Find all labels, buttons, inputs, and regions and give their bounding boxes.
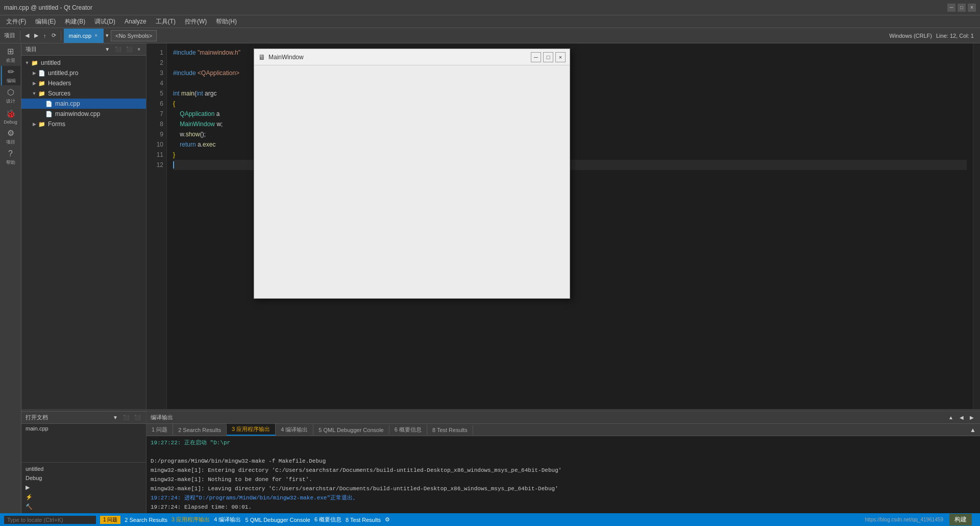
open-docs-filter[interactable]: ▼ (111, 415, 119, 420)
sidebar-icon-edit[interactable]: ✏编辑 (1, 66, 20, 85)
build-output-panel: 编译输出 ▲ ◀ ▶ 1 问题2 Search Results3 应用程序输出4… (146, 411, 980, 513)
position-status: Line: 12, Col: 1 (936, 33, 974, 39)
menu-item-f[interactable]: 文件(F) (2, 16, 30, 27)
project-panel-header: 项目 ▼ ⬛ ⬛ × (21, 43, 146, 56)
build-output-filter[interactable]: ▲ (946, 414, 955, 421)
popup-maximize-btn[interactable]: □ (543, 52, 553, 62)
build-line (151, 447, 976, 457)
line-number-2: 2 (146, 58, 163, 68)
menu-item-b[interactable]: 构建(B) (61, 16, 89, 27)
toolbar-separator (20, 31, 20, 41)
tab-label: main.cpp (69, 33, 92, 39)
tab-main-cpp[interactable]: main.cpp × (64, 29, 104, 43)
open-docs-header: 打开文档 ▼ ⬛ ⬛ (21, 412, 146, 424)
line-number-6: 6 (146, 99, 163, 109)
line-number-12: 12 (146, 160, 163, 170)
tree-item-label: untitled (41, 59, 61, 66)
line-number-3: 3 (146, 68, 163, 78)
build-output-nav-up[interactable]: ◀ (958, 414, 966, 421)
tree-item-untitled-pro[interactable]: ▶📄untitled.pro (21, 68, 146, 78)
open-docs-controls: ▼ ⬛ ⬛ (111, 415, 142, 420)
popup-close-btn[interactable]: × (555, 52, 566, 62)
tree-item-label: Sources (48, 90, 70, 97)
profile-icon: ⚡ (26, 494, 33, 500)
main-window-popup: 🖥 MainWindow ─ □ × (254, 49, 570, 299)
menu-item-e[interactable]: 编辑(E) (31, 16, 60, 27)
build-output-expand-btn[interactable]: ▲ (966, 426, 980, 434)
bottom-tab-test[interactable]: 8 Test Results (427, 425, 473, 435)
sidebar-icon-project[interactable]: ⚙项目 (1, 127, 20, 147)
menu-item-analyze[interactable]: Analyze (120, 17, 151, 26)
build-action-btn[interactable]: 构建 (949, 514, 972, 525)
editor-scrollbar[interactable] (973, 43, 980, 409)
bottom-tab-overview[interactable]: 6 概要信息 (389, 424, 427, 435)
close-button[interactable]: × (968, 4, 976, 12)
debug-device-name: untitled (26, 466, 43, 472)
editor-column: 123456789101112 #include "mainwindow.h" … (146, 43, 980, 513)
run-button[interactable]: ▶ (23, 483, 144, 492)
bottom-tab-compile[interactable]: 4 编译输出 (276, 424, 313, 435)
profile-button[interactable]: ⚡ (23, 493, 144, 501)
project-label: 项目 (2, 32, 17, 39)
tree-item-main-cpp[interactable]: ▶📄main.cpp (21, 99, 146, 109)
popup-icon: 🖥 (258, 53, 265, 61)
tab-close-button[interactable]: × (93, 33, 99, 38)
build-header-controls: ▲ ◀ ▶ (946, 414, 976, 421)
compile-output-badge: 4 编译输出 (214, 516, 241, 523)
maximize-button[interactable]: □ (958, 4, 966, 12)
run-icon: ▶ (26, 484, 30, 491)
bottom-tab-app-output[interactable]: 3 应用程序输出 (227, 424, 276, 436)
sidebar-icons: ⊞欢迎✏编辑⬡设计🐞Debug⚙项目?帮助 (0, 43, 21, 513)
popup-controls: ─ □ × (531, 52, 566, 62)
project-split-h[interactable]: ⬛ (125, 46, 134, 52)
line-number-1: 1 (146, 47, 163, 58)
build-output-header: 编译输出 ▲ ◀ ▶ (146, 412, 980, 424)
tree-item-label: Forms (48, 121, 65, 128)
open-docs-split-h[interactable]: ⬛ (133, 415, 142, 420)
menu-item-d[interactable]: 调试(D) (90, 16, 119, 27)
encoding-status: Windows (CRLF) (889, 33, 932, 39)
sidebar-icon-debug[interactable]: 🐞Debug (1, 107, 20, 126)
tree-item-mainwindow-cpp[interactable]: ▶📄mainwindow.cpp (21, 109, 146, 119)
build-project-button[interactable]: 🔨 (23, 503, 144, 511)
open-doc-item[interactable]: main.cpp (21, 424, 146, 433)
minimize-button[interactable]: ─ (947, 4, 955, 12)
project-split-v[interactable]: ⬛ (113, 46, 122, 52)
toolbar-sync[interactable]: ⟳ (50, 31, 58, 40)
app-output-badge: 3 应用程序输出 (172, 516, 210, 523)
bottom-tabs: 1 问题2 Search Results3 应用程序输出4 编译输出5 QML … (146, 424, 980, 436)
sidebar-icon-design[interactable]: ⬡设计 (1, 86, 20, 106)
bottom-tab-issues[interactable]: 1 问题 (146, 424, 173, 435)
sidebar-icon-help[interactable]: ?帮助 (1, 148, 20, 167)
window-controls: ─ □ × (947, 4, 976, 12)
main-layout: ⊞欢迎✏编辑⬡设计🐞Debug⚙项目?帮助 项目 ▼ ⬛ ⬛ × ▼📁untit… (0, 43, 980, 513)
open-docs-split-v[interactable]: ⬛ (121, 415, 131, 420)
toolbar-fwd[interactable]: ▶ (32, 31, 40, 40)
build-output-nav-down[interactable]: ▶ (968, 414, 976, 421)
project-header-controls: ▼ ⬛ ⬛ × (103, 46, 142, 52)
project-close-btn[interactable]: × (136, 46, 142, 52)
bottom-tab-qml-debug[interactable]: 5 QML Debugger Console (313, 425, 389, 435)
menu-item-t[interactable]: 工具(T) (152, 16, 180, 27)
popup-minimize-btn[interactable]: ─ (531, 52, 541, 62)
tree-item-label: main.cpp (55, 100, 80, 107)
line-number-7: 7 (146, 109, 163, 119)
tree-item-Headers[interactable]: ▶📁Headers (21, 78, 146, 88)
project-filter-btn[interactable]: ▼ (103, 46, 111, 52)
tab-dropdown[interactable]: ▾ (104, 32, 111, 39)
menu-item-h[interactable]: 帮助(H) (212, 16, 241, 27)
menu-item-w[interactable]: 控件(W) (181, 16, 211, 27)
project-header-label: 项目 (26, 45, 37, 53)
status-right: https://blog.csdn.net/qq_41961459 构建 (865, 514, 976, 525)
build-line: 19:27:22: 正在启动 "D:\pr (151, 438, 976, 447)
locate-input[interactable] (4, 516, 96, 524)
popup-title-label: MainWindow (268, 54, 304, 61)
build-line: 19:27:24: 进程"D:/programs/MinGW/bin/mingw… (151, 493, 976, 503)
bottom-tab-search[interactable]: 2 Search Results (173, 425, 227, 435)
tree-item-Sources[interactable]: ▼📁Sources (21, 88, 146, 99)
toolbar-up[interactable]: ↑ (41, 32, 48, 40)
toolbar-back[interactable]: ◀ (23, 31, 31, 40)
tree-item-Forms[interactable]: ▶📁Forms (21, 119, 146, 129)
sidebar-icon-welcome[interactable]: ⊞欢迎 (1, 45, 20, 65)
tree-item-untitled[interactable]: ▼📁untitled (21, 58, 146, 68)
